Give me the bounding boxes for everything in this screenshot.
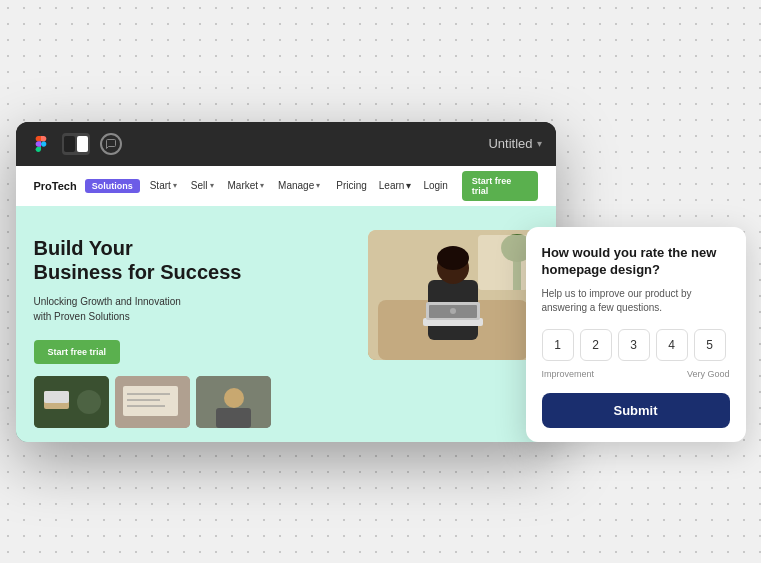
chevron-down-icon: ▾: [537, 138, 542, 149]
chevron-icon: ▾: [260, 181, 264, 190]
rating-button-2[interactable]: 2: [580, 329, 612, 361]
rating-card: How would you rate the new homepage desi…: [526, 227, 746, 442]
rating-button-3[interactable]: 3: [618, 329, 650, 361]
rating-button-5[interactable]: 5: [694, 329, 726, 361]
nav-item-market[interactable]: Market ▾: [224, 180, 269, 191]
chat-icon[interactable]: [100, 133, 122, 155]
svg-rect-17: [123, 386, 178, 416]
nav-solutions-badge[interactable]: Solutions: [85, 179, 140, 193]
rating-question: How would you rate the new homepage desi…: [542, 245, 730, 279]
hero-text: Build Your Business for Success Unlockin…: [34, 230, 352, 364]
hero-image: [368, 230, 538, 360]
hero-subtitle: Unlocking Growth and Innovation with Pro…: [34, 294, 352, 324]
submit-button[interactable]: Submit: [542, 393, 730, 428]
nav-cta-button[interactable]: Start free trial: [462, 171, 538, 201]
svg-point-4: [437, 246, 469, 270]
hero-title: Build Your Business for Success: [34, 236, 352, 284]
browser-toolbar: Untitled ▾: [16, 122, 556, 166]
svg-rect-11: [478, 235, 528, 290]
figma-icon: [30, 133, 52, 155]
site-navigation: ProTech Solutions Start ▾ Sell ▾ Market …: [16, 166, 556, 206]
browser-window: Untitled ▾ ProTech Solutions Start ▾ Sel…: [16, 122, 556, 442]
chevron-icon: ▾: [406, 180, 411, 191]
toggle-light-half: [77, 136, 88, 152]
rating-label-high: Very Good: [687, 369, 730, 379]
svg-point-22: [224, 388, 244, 408]
nav-login[interactable]: Login: [423, 180, 447, 191]
photo-thumbnails-row: [16, 376, 556, 442]
rating-labels: Improvement Very Good: [542, 369, 730, 379]
photo-thumb-2: [115, 376, 190, 428]
svg-point-8: [450, 308, 456, 314]
nav-item-manage[interactable]: Manage ▾: [274, 180, 324, 191]
chevron-icon: ▾: [210, 181, 214, 190]
rating-buttons-row: 1 2 3 4 5: [542, 329, 730, 361]
hero-cta-button[interactable]: Start free trial: [34, 340, 121, 364]
nav-item-start[interactable]: Start ▾: [146, 180, 181, 191]
hero-person-photo: [368, 230, 538, 360]
chevron-icon: ▾: [316, 181, 320, 190]
view-toggle[interactable]: [62, 133, 90, 155]
chevron-icon: ▾: [173, 181, 177, 190]
photo-thumb-1: [34, 376, 109, 428]
rating-label-low: Improvement: [542, 369, 595, 379]
svg-rect-14: [44, 391, 69, 403]
website-preview: ProTech Solutions Start ▾ Sell ▾ Market …: [16, 166, 556, 442]
nav-learn[interactable]: Learn ▾: [379, 180, 412, 191]
document-title[interactable]: Untitled ▾: [488, 136, 541, 151]
toggle-dark-half: [64, 136, 75, 152]
svg-point-15: [77, 390, 101, 414]
rating-subtext: Help us to improve our product by answer…: [542, 287, 730, 315]
rating-button-1[interactable]: 1: [542, 329, 574, 361]
nav-item-sell[interactable]: Sell ▾: [187, 180, 218, 191]
svg-rect-23: [216, 408, 251, 428]
photo-thumb-3: [196, 376, 271, 428]
hero-section: Build Your Business for Success Unlockin…: [16, 206, 556, 376]
nav-logo: ProTech: [34, 180, 77, 192]
nav-pricing[interactable]: Pricing: [336, 180, 367, 191]
rating-button-4[interactable]: 4: [656, 329, 688, 361]
